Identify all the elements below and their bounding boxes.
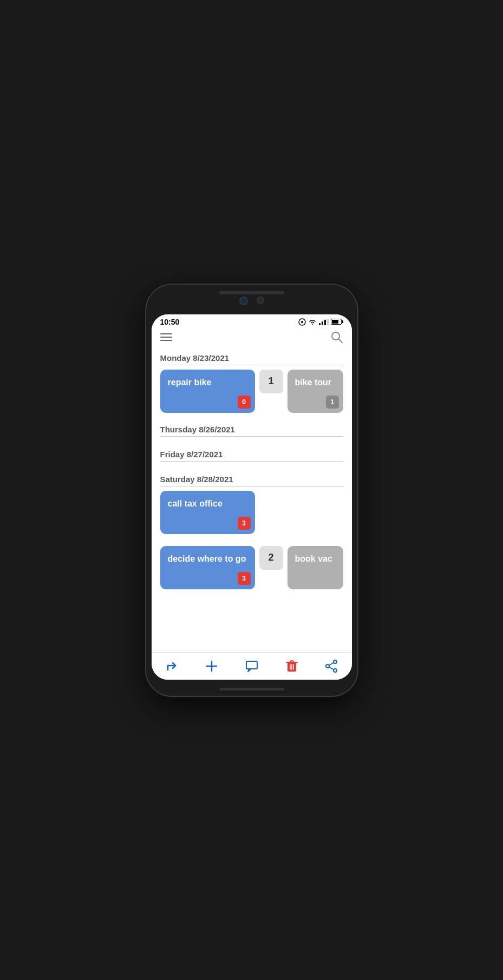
svg-point-13 [334,669,337,672]
task-badge-bike-tour: 1 [326,396,339,409]
move-button[interactable] [160,657,183,675]
svg-point-12 [334,660,337,663]
task-badge-repair-bike: 0 [238,396,251,409]
date-label-saturday: Saturday 8/28/2021 [160,475,343,486]
home-indicator [219,688,284,690]
comment-button[interactable] [240,657,263,675]
camera-dot [239,297,248,305]
camera-area [239,297,264,305]
task-row-call-tax: call tax office 3 [160,491,343,534]
date-section-saturday: Saturday 8/28/2021 call tax office 3 [152,469,352,541]
svg-point-1 [301,321,303,323]
task-title-bike-tour: bike tour [295,378,332,387]
number-btn-2[interactable]: 2 [259,546,283,570]
date-label-thursday: Thursday 8/26/2021 [160,425,343,437]
date-section-friday: Friday 8/27/2021 [152,444,352,469]
share-button[interactable] [320,657,343,675]
camera-dot-2 [257,297,264,304]
status-bar: 10:50 [152,314,352,328]
task-title-call-tax: call tax office [168,499,223,508]
bottom-toolbar [152,652,352,680]
battery-icon [331,319,343,325]
hamburger-line-1 [160,333,172,334]
task-card-decide[interactable]: decide where to go 3 [160,546,255,589]
task-title-repair-bike: repair bike [168,378,212,387]
add-button[interactable] [200,657,223,675]
phone-screen: 10:50 [152,314,352,680]
task-card-call-tax[interactable]: call tax office 3 [160,491,255,534]
svg-line-3 [338,339,342,343]
task-badge-call-tax: 3 [238,517,251,530]
hamburger-line-3 [160,340,172,341]
wifi-icon [308,319,317,325]
task-card-book-vac[interactable]: book vac [288,546,343,589]
content-area[interactable]: Monday 8/23/2021 repair bike 0 1 bike to… [152,348,352,652]
date-label-friday: Friday 8/27/2021 [160,450,343,462]
status-icons [298,318,343,326]
task-badge-decide: 3 [238,572,251,585]
status-time: 10:50 [160,318,180,326]
date-section-thursday: Thursday 8/26/2021 [152,419,352,444]
delete-button[interactable] [281,657,303,675]
number-btn-1[interactable]: 1 [259,370,283,393]
task-title-book-vac: book vac [295,554,332,563]
phone-device: 10:50 [146,285,357,696]
task-row-decide: decide where to go 3 2 book vac [160,546,343,589]
svg-line-16 [329,667,334,669]
svg-line-15 [329,662,334,665]
task-card-bike-tour[interactable]: bike tour 1 [288,370,343,413]
signal-bars [319,319,329,325]
task-row-repair-bike: repair bike 0 1 bike tour 1 [160,370,343,413]
media-icon [298,318,306,326]
svg-rect-6 [246,661,257,669]
search-button[interactable] [330,331,343,344]
menu-button[interactable] [160,333,172,341]
svg-point-14 [326,665,329,668]
date-section-decide: decide where to go 3 2 book vac [152,541,352,596]
task-title-decide: decide where to go [168,554,246,563]
hamburger-line-2 [160,337,172,338]
task-card-repair-bike[interactable]: repair bike 0 [160,370,255,413]
date-section-monday: Monday 8/23/2021 repair bike 0 1 bike to… [152,348,352,419]
phone-notch-bar [219,291,284,294]
date-label-monday: Monday 8/23/2021 [160,353,343,365]
app-bar [152,328,352,348]
